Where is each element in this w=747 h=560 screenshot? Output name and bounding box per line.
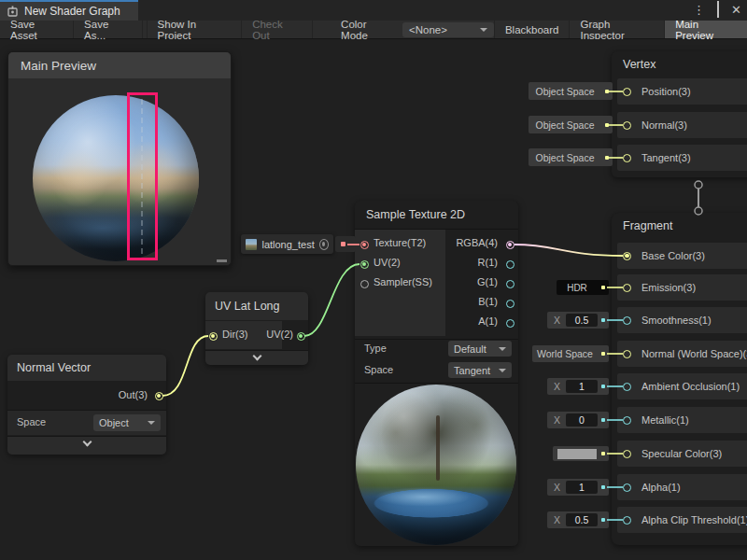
- space-dropdown[interactable]: Tangent: [448, 362, 512, 378]
- graph-inspector-toggle-button[interactable]: Graph Inspector: [569, 21, 664, 38]
- chevron-down-icon: [148, 421, 155, 425]
- texture-property-node[interactable]: latlong_test: [241, 234, 333, 254]
- toolbar-right-group: Blackboard Graph Inspector Main Preview: [494, 21, 747, 38]
- collapse-preview-strip[interactable]: [205, 350, 308, 365]
- alpha-input-port[interactable]: [623, 483, 631, 492]
- fragment-row-smoothness[interactable]: Smoothness(1): [617, 307, 747, 333]
- fragment-row-base-color[interactable]: Base Color(3): [617, 243, 747, 269]
- fragment-row-emission[interactable]: Emission(3): [617, 274, 747, 301]
- normal-vector-header[interactable]: Normal Vector: [7, 355, 166, 381]
- fragment-row-metallic[interactable]: Metallic(1): [617, 407, 747, 433]
- normal-ws-input-port[interactable]: [623, 350, 631, 358]
- resize-handle[interactable]: [217, 259, 227, 262]
- vertex-node[interactable]: Vertex Position(3) Normal(3) Tangent(3): [612, 51, 747, 177]
- normal-vector-title: Normal Vector: [17, 361, 91, 374]
- texture-property-label: latlong_test: [261, 239, 314, 250]
- sampler-input-port[interactable]: [360, 280, 369, 288]
- blackboard-toggle-button[interactable]: Blackboard: [494, 21, 570, 38]
- main-preview-toggle-button[interactable]: Main Preview: [664, 21, 747, 38]
- save-asset-button[interactable]: Save Asset: [0, 21, 74, 38]
- expand-toggle-icon[interactable]: [319, 239, 329, 250]
- space-value: Tangent: [454, 365, 490, 376]
- port-label: R(1): [478, 257, 498, 268]
- vertex-row-tangent[interactable]: Tangent(3): [617, 145, 747, 171]
- space-label: Space: [17, 416, 46, 427]
- uv-lat-long-node[interactable]: UV Lat Long Dir(3) UV(2): [205, 292, 308, 365]
- fragment-row-alpha[interactable]: Alpha(1): [617, 474, 747, 500]
- color-mode-dropdown[interactable]: <None>: [402, 22, 494, 37]
- port-label: Sampler(SS): [374, 276, 432, 287]
- out-output-port[interactable]: [155, 392, 163, 400]
- tangent-input-port[interactable]: [623, 154, 631, 162]
- main-preview-panel[interactable]: Main Preview: [7, 51, 232, 266]
- type-dropdown[interactable]: Default: [448, 341, 512, 357]
- port-label: Texture(T2): [374, 237, 426, 248]
- rgba-output-port[interactable]: [506, 241, 514, 249]
- metallic-input-port[interactable]: [623, 416, 631, 425]
- value-field[interactable]: 0: [566, 413, 598, 427]
- uv-output-port[interactable]: [297, 332, 305, 341]
- wire-rgba-to-basecolor[interactable]: [514, 245, 623, 256]
- graph-canvas[interactable]: Main Preview Vertex Position(3) Normal(3…: [0, 39, 747, 560]
- texture-input-port[interactable]: [360, 241, 369, 249]
- value-field[interactable]: 0.5: [566, 314, 598, 327]
- normal-space-dropdown-chip[interactable]: World Space: [532, 345, 609, 362]
- collapse-preview-strip[interactable]: [7, 436, 166, 455]
- shader-graph-asset-icon: [7, 6, 19, 18]
- tangent-space-chip[interactable]: Object Space: [529, 148, 613, 166]
- vertex-row-position[interactable]: Position(3): [617, 78, 747, 105]
- normal-input-port[interactable]: [623, 121, 631, 130]
- b-output-port[interactable]: [506, 300, 514, 308]
- dir-input-port[interactable]: [209, 332, 218, 341]
- base-color-input-port[interactable]: [623, 252, 631, 260]
- value-field[interactable]: 1: [566, 380, 598, 393]
- g-output-port[interactable]: [506, 280, 514, 288]
- wire-normal-to-dir[interactable]: [162, 336, 208, 396]
- normal-space-chip[interactable]: Object Space: [529, 116, 613, 133]
- vertex-row-normal[interactable]: Normal(3): [617, 112, 747, 138]
- emission-input-port[interactable]: [623, 284, 631, 292]
- color-swatch[interactable]: [557, 449, 597, 459]
- space-dropdown[interactable]: Object: [93, 414, 161, 431]
- value-field[interactable]: 0.5: [566, 513, 598, 526]
- check-out-button[interactable]: Check Out: [242, 21, 313, 38]
- fragment-node[interactable]: Fragment Base Color(3) Emission(3) Smoot…: [612, 213, 747, 545]
- value-field[interactable]: 1: [566, 481, 598, 494]
- smoothness-input-port[interactable]: [623, 316, 631, 325]
- position-input-port[interactable]: [623, 88, 631, 96]
- chevron-down-icon: [82, 438, 92, 447]
- fragment-row-normal-ws[interactable]: Normal (World Space)(3): [617, 341, 747, 367]
- specular-color-input-port[interactable]: [623, 450, 631, 458]
- specular-color-swatch-chip[interactable]: [553, 446, 609, 461]
- texture-property-connector[interactable]: [335, 236, 356, 252]
- position-space-chip[interactable]: Object Space: [529, 82, 613, 100]
- fragment-row-alpha-clip[interactable]: Alpha Clip Threshold(1): [617, 507, 747, 533]
- alpha-value-chip[interactable]: X1: [547, 479, 609, 496]
- uv-input-port[interactable]: [360, 260, 369, 269]
- smoothness-value-chip[interactable]: X0.5: [547, 312, 609, 329]
- emission-hdr-chip[interactable]: HDR: [557, 280, 609, 295]
- a-output-port[interactable]: [506, 319, 514, 328]
- alpha-clip-value-chip[interactable]: X0.5: [547, 511, 609, 528]
- main-preview-header[interactable]: Main Preview: [8, 52, 231, 78]
- toolbar: Save Asset Save As... Show In Project Ch…: [0, 21, 747, 39]
- fragment-row-ambient-occlusion[interactable]: Ambient Occlusion(1): [617, 373, 747, 399]
- wire-uv[interactable]: [304, 264, 359, 336]
- normal-vector-node[interactable]: Normal Vector Out(3) Space Object: [7, 355, 166, 455]
- fragment-row-specular-color[interactable]: Specular Color(3): [617, 441, 747, 467]
- show-in-project-button[interactable]: Show In Project: [147, 21, 243, 38]
- metallic-value-chip[interactable]: X0: [547, 412, 609, 428]
- ambient-occlusion-value-chip[interactable]: X1: [547, 378, 609, 395]
- alpha-clip-input-port[interactable]: [623, 516, 631, 525]
- texture-port-dot: [341, 242, 345, 246]
- port-label: RGBA(4): [456, 237, 498, 248]
- r-output-port[interactable]: [506, 260, 514, 269]
- uv-lat-long-header[interactable]: UV Lat Long: [205, 292, 308, 320]
- selection-rectangle: [127, 92, 158, 260]
- ambient-occlusion-input-port[interactable]: [623, 383, 631, 391]
- sample-texture-2d-node[interactable]: Sample Texture 2D Texture(T2) UV(2) Samp…: [355, 201, 518, 546]
- save-as-button[interactable]: Save As...: [74, 21, 142, 38]
- uv-lat-long-row: Dir(3) UV(2): [205, 321, 308, 349]
- port-label: Specular Color(3): [617, 448, 722, 459]
- texture-preview-sphere: [356, 385, 516, 545]
